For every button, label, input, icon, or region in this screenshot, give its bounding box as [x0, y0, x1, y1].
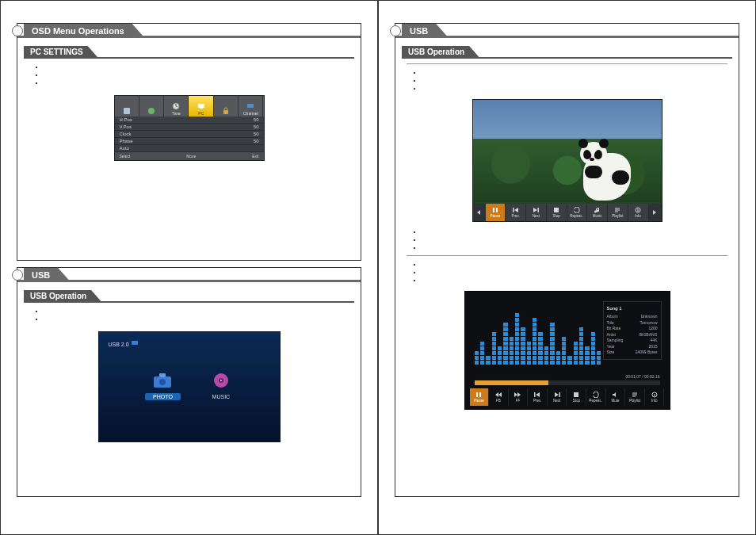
usb-icon: [131, 338, 139, 346]
player-button-prev[interactable]: Prev.: [506, 204, 526, 221]
osd-setting-row[interactable]: Auto: [115, 145, 264, 152]
player-button-next[interactable]: Next: [526, 204, 547, 221]
svg-rect-18: [554, 208, 559, 212]
player-button-fb[interactable]: FB: [489, 388, 509, 406]
viz-column: [550, 323, 554, 365]
scroll-left-icon[interactable]: [473, 204, 486, 221]
section-title: OSD Menu Operations: [24, 24, 145, 38]
scroll-right-icon[interactable]: [649, 204, 662, 221]
bullet-list: [407, 69, 727, 93]
player-button-mute[interactable]: Mute: [606, 388, 626, 406]
section-osd: OSD Menu Operations PC SETTINGS TimePCCh…: [17, 23, 361, 261]
viz-column: [510, 337, 514, 365]
list-item: [422, 269, 727, 277]
player-button-ff[interactable]: FF: [509, 388, 529, 406]
osd-setting-row[interactable]: H.Pos50: [115, 117, 264, 124]
music-info-row: AlbumUnknown: [607, 314, 658, 320]
player-button-pause[interactable]: Pause: [486, 204, 506, 221]
usb-media-item[interactable]: MUSIC: [209, 370, 233, 399]
osd-footer-label: Select: [120, 154, 131, 159]
bullet-list: [29, 63, 349, 87]
music-info-row: Sampling44K: [607, 338, 658, 344]
music-song-title: Song 1: [607, 305, 658, 312]
osd-setting-row[interactable]: Clock50: [115, 131, 264, 138]
viz-column: [579, 327, 583, 365]
svg-rect-26: [574, 392, 578, 397]
osd-footer: Select Move Exit: [115, 152, 264, 160]
list-item: [422, 261, 727, 269]
viz-column: [591, 332, 595, 365]
usb-media-item[interactable]: PHOTO: [145, 370, 181, 399]
osd-setting-row[interactable]: Phase50: [115, 138, 264, 145]
photo-viewer-screenshot: PausePrev.NextStopRepeat..MusicPlaylistI…: [472, 99, 662, 222]
player-button-repeat[interactable]: Repeat..: [567, 204, 588, 221]
osd-icon-tab[interactable]: [214, 96, 239, 117]
svg-point-1: [148, 108, 155, 114]
svg-rect-6: [247, 104, 254, 108]
osd-icon-tab[interactable]: Time: [164, 96, 189, 117]
osd-footer-label: Move: [186, 154, 196, 159]
player-button-playlist[interactable]: Playlist: [608, 204, 628, 221]
page-right: USB USB Operation: [378, 0, 756, 535]
section-usb: USB USB Operation USB 2.0 PHOTOMUSIC: [17, 267, 361, 497]
osd-icon-row: TimePCChannel: [115, 96, 264, 117]
list-item: [44, 71, 349, 79]
list-item: [422, 244, 727, 252]
music-time: 00:01:07 / 00:02:16: [625, 374, 659, 379]
list-item: [422, 236, 727, 244]
bullet-list: [29, 308, 349, 323]
section-header: OSD Menu Operations: [17, 24, 361, 38]
music-progress-bar[interactable]: [475, 380, 660, 385]
osd-icon-tab[interactable]: PC: [189, 96, 213, 117]
osd-setting-row[interactable]: V.Pos50: [115, 124, 264, 131]
music-info-panel: Song 1 AlbumUnknownTitleTomorrowBit Rate…: [603, 301, 662, 360]
player-button-next[interactable]: Next: [548, 388, 567, 406]
music-control-bar: PauseFBFFPrev.NextStopRepeat..MutePlayli…: [470, 388, 665, 406]
player-button-pause[interactable]: Pause: [470, 388, 490, 406]
viz-column: [498, 346, 502, 365]
osd-menu-screenshot: TimePCChannel H.Pos50V.Pos50Clock50Phase…: [114, 95, 265, 161]
player-button-music[interactable]: Music: [587, 204, 608, 221]
usb-title: USB 2.0: [109, 338, 139, 347]
music-player-screenshot: Song 1 AlbumUnknownTitleTomorrowBit Rate…: [464, 291, 670, 410]
player-button-stop[interactable]: Stop: [567, 388, 586, 406]
viz-column: [475, 351, 479, 365]
viz-column: [556, 351, 560, 365]
osd-icon-tab[interactable]: Channel: [239, 96, 263, 117]
list-item: [44, 63, 349, 71]
section-usb-right: USB USB Operation: [395, 23, 739, 497]
usb-items: PHOTOMUSIC: [99, 370, 280, 399]
player-button-info[interactable]: Info: [645, 388, 665, 406]
header-bullet-icon: [12, 269, 23, 281]
list-item: [44, 79, 349, 87]
subsection-header: USB Operation: [29, 290, 349, 303]
svg-rect-9: [159, 373, 166, 377]
viz-column: [527, 342, 531, 365]
player-button-prev[interactable]: Prev.: [528, 388, 548, 406]
list-item: [422, 77, 727, 85]
viz-column: [544, 346, 548, 365]
music-info-row: Size24099 Bytes: [607, 350, 658, 356]
music-info-row: Bit Rate1200: [607, 326, 658, 332]
svg-rect-25: [559, 392, 560, 397]
svg-rect-4: [200, 108, 203, 109]
music-info-row: TitleTomorrow: [607, 320, 658, 327]
osd-icon-tab[interactable]: [139, 96, 164, 117]
photo-control-bar: PausePrev.NextStopRepeat..MusicPlaylistI…: [473, 204, 662, 221]
osd-icon-tab[interactable]: [115, 96, 139, 117]
music-info-row: Year2015: [607, 344, 658, 350]
player-button-stop[interactable]: Stop: [547, 204, 567, 221]
svg-rect-5: [223, 110, 228, 114]
section-title: USB: [24, 268, 71, 282]
player-button-info[interactable]: Info: [628, 204, 649, 221]
player-button-repeat[interactable]: Repeat..: [586, 388, 606, 406]
player-button-playlist[interactable]: Playlist: [625, 388, 645, 406]
svg-rect-14: [493, 208, 494, 212]
section-title: USB: [402, 24, 449, 38]
viz-column: [562, 337, 566, 365]
bullet-list: [407, 228, 727, 252]
list-item: [422, 69, 727, 77]
svg-rect-16: [513, 208, 514, 212]
list-item: [44, 315, 349, 323]
bullet-list: [407, 261, 727, 285]
